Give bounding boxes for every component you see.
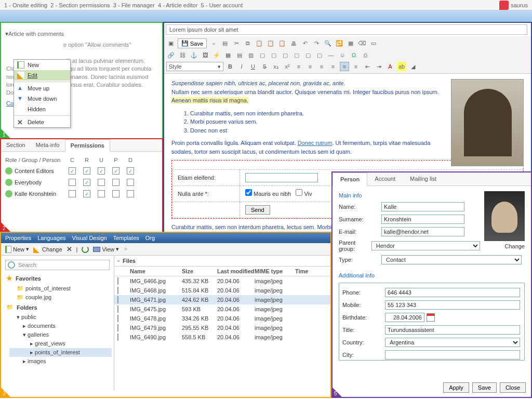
menu-delete[interactable]: ✕Delete bbox=[14, 117, 70, 127]
pagebreak-icon[interactable]: ⎙ bbox=[361, 50, 370, 60]
hr-icon[interactable]: — bbox=[326, 50, 336, 60]
menu-edit[interactable]: Edit bbox=[14, 70, 70, 81]
menu-movedown[interactable]: ▼Move down bbox=[14, 94, 70, 104]
paste-icon[interactable]: 📋 bbox=[255, 39, 264, 48]
outdent-icon[interactable]: ⇤ bbox=[363, 62, 372, 71]
link-icon[interactable]: 🔗 bbox=[166, 50, 176, 60]
flash-icon[interactable]: ⚡ bbox=[212, 50, 221, 60]
row-icon[interactable]: ▤ bbox=[235, 50, 244, 60]
file-row[interactable]: IMG_6471.jpg424.62 KB20.04.06image/jpeg bbox=[114, 295, 330, 304]
undo-icon[interactable]: ↶ bbox=[300, 39, 310, 48]
menu-hidden[interactable]: Hidden bbox=[14, 104, 70, 114]
perm-checkbox[interactable] bbox=[69, 179, 76, 186]
align-center-icon[interactable]: ≡ bbox=[305, 62, 315, 71]
selectall-icon[interactable]: ▦ bbox=[346, 39, 355, 48]
folders-header[interactable]: 📁Folders bbox=[3, 302, 112, 313]
tree-node[interactable]: ▸ great_views bbox=[9, 339, 112, 348]
source-icon[interactable]: ▣ bbox=[166, 39, 176, 48]
table-icon[interactable]: ▦ bbox=[223, 50, 233, 60]
user-photo[interactable] bbox=[484, 191, 525, 241]
find-icon[interactable]: 🔍 bbox=[323, 39, 332, 48]
perm-checkbox[interactable] bbox=[127, 190, 134, 197]
sup-icon[interactable]: x² bbox=[283, 62, 292, 71]
align-just-icon[interactable]: ≡ bbox=[328, 62, 338, 71]
underline-icon[interactable]: U bbox=[248, 62, 258, 71]
form-text-input[interactable] bbox=[245, 173, 318, 182]
tab-section[interactable]: Section bbox=[1, 139, 31, 151]
menu-properties[interactable]: Properties bbox=[5, 235, 31, 241]
style-select[interactable]: Style▾ bbox=[166, 62, 223, 71]
tree-node[interactable]: ▸ documents bbox=[9, 322, 112, 330]
tab-person[interactable]: Person bbox=[332, 172, 367, 186]
bold-icon[interactable]: B bbox=[225, 62, 235, 71]
perm-checkbox[interactable]: ✓ bbox=[83, 167, 90, 175]
perm-checkbox[interactable] bbox=[127, 179, 134, 186]
inline-image[interactable] bbox=[451, 79, 524, 166]
birthdate-input[interactable] bbox=[385, 313, 424, 322]
refresh-button[interactable] bbox=[82, 246, 89, 253]
parentgroup-select[interactable]: Hendor bbox=[371, 241, 480, 250]
cell2-icon[interactable]: ▢ bbox=[269, 50, 278, 60]
sub-icon[interactable]: x₂ bbox=[271, 62, 281, 71]
italic-icon[interactable]: I bbox=[237, 62, 246, 71]
cell4-icon[interactable]: ▢ bbox=[292, 50, 301, 60]
indent-icon[interactable]: ⇥ bbox=[374, 62, 383, 71]
perm-checkbox[interactable] bbox=[98, 190, 105, 197]
menu-new[interactable]: New bbox=[14, 60, 70, 70]
cell3-icon[interactable]: ▢ bbox=[281, 50, 290, 60]
inline-link[interactable]: Donec rutrum bbox=[298, 140, 332, 146]
menu-org[interactable]: Org bbox=[145, 235, 155, 241]
special-icon[interactable]: Ω bbox=[349, 50, 358, 60]
image-icon[interactable]: 🖼 bbox=[201, 50, 210, 60]
anchor-icon[interactable]: ⚓ bbox=[189, 50, 198, 60]
paste-text-icon[interactable]: 📋 bbox=[266, 39, 275, 48]
align-right-icon[interactable]: ≡ bbox=[317, 62, 326, 71]
search-box[interactable]: Search: bbox=[5, 260, 110, 270]
tab-metainfo[interactable]: Meta-info bbox=[31, 139, 65, 151]
textcolor-icon[interactable]: A bbox=[385, 62, 395, 71]
menu-visual[interactable]: Visual Design bbox=[72, 235, 107, 241]
send-button[interactable]: Send bbox=[245, 205, 270, 215]
perm-checkbox[interactable]: ✓ bbox=[83, 190, 90, 197]
cell6-icon[interactable]: ▢ bbox=[315, 50, 324, 60]
title-input[interactable] bbox=[385, 325, 520, 335]
apply-button[interactable]: Apply bbox=[443, 382, 469, 393]
menu-languages[interactable]: Languages bbox=[37, 235, 65, 241]
ul-icon[interactable]: ≡ bbox=[351, 62, 361, 71]
country-select[interactable]: Argentina bbox=[385, 338, 520, 347]
cut-icon[interactable]: ✂ bbox=[232, 39, 241, 48]
menu-templates[interactable]: Templates bbox=[113, 235, 139, 241]
ol-icon[interactable]: ≡ bbox=[340, 62, 349, 71]
replace-icon[interactable]: 🔁 bbox=[335, 39, 344, 48]
article-title-input[interactable] bbox=[166, 24, 527, 35]
form-checkbox[interactable]: Viv bbox=[296, 191, 312, 197]
perm-checkbox[interactable]: ✓ bbox=[83, 179, 90, 186]
fav-item[interactable]: 📁 couple.jpg bbox=[9, 293, 112, 302]
close-button[interactable]: Close bbox=[500, 382, 526, 393]
perm-checkbox[interactable]: ✓ bbox=[127, 167, 134, 175]
surname-input[interactable] bbox=[381, 215, 464, 224]
print-icon[interactable]: 🖶 bbox=[289, 39, 298, 48]
preview-icon[interactable]: ▤ bbox=[220, 39, 230, 48]
phone-input[interactable] bbox=[385, 288, 520, 297]
mobile-input[interactable] bbox=[385, 300, 520, 310]
change-photo-link[interactable]: Change bbox=[504, 243, 525, 249]
save-button[interactable]: 💾 Save bbox=[178, 38, 207, 48]
cell-icon[interactable]: ▢ bbox=[258, 50, 267, 60]
unlink-icon[interactable]: ⛓ bbox=[178, 50, 187, 60]
tree-node[interactable]: ▾ public bbox=[9, 313, 112, 322]
calendar-icon[interactable] bbox=[427, 313, 435, 322]
tree-node[interactable]: ▾ galleries bbox=[9, 330, 112, 339]
cell5-icon[interactable]: ▢ bbox=[303, 50, 313, 60]
perm-checkbox[interactable] bbox=[112, 179, 119, 186]
copy-icon[interactable]: ⧉ bbox=[243, 39, 252, 48]
file-row[interactable]: IMG_6478.jpg334.26 KB20.04.06image/jpeg bbox=[114, 314, 330, 323]
col-icon[interactable]: ▥ bbox=[246, 50, 256, 60]
smiley-icon[interactable]: ☺ bbox=[338, 50, 347, 60]
perm-checkbox[interactable] bbox=[69, 190, 76, 197]
removefmt-icon[interactable]: ⌫ bbox=[357, 39, 367, 48]
file-row[interactable]: IMG_6475.jpg593 KB20.04.06image/jpeg bbox=[114, 304, 330, 314]
perm-checkbox[interactable] bbox=[98, 179, 105, 186]
additional-scroll[interactable]: Phone: Mobile: Birthdate: Title: Country… bbox=[339, 283, 525, 361]
fav-item[interactable]: 📁 points_of_interest bbox=[9, 284, 112, 293]
